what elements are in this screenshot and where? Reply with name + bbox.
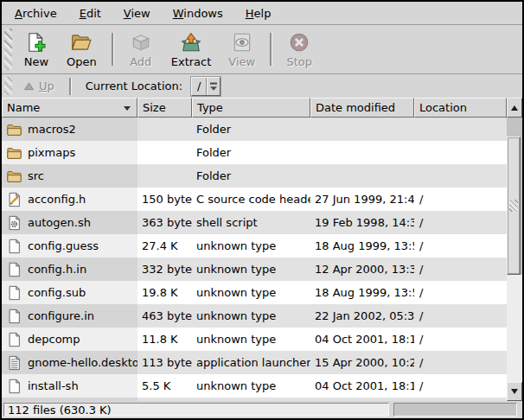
file-location: / [414, 351, 507, 374]
file-row[interactable]: depcomp 11.8 K unknown type 04 Oct 2001,… [2, 328, 507, 351]
menu-archive[interactable]: Archive [3, 3, 68, 23]
combo-dropdown-icon[interactable] [207, 78, 220, 95]
file-date: 15 Apr 2000, 10:21 [310, 351, 414, 374]
plain-file-icon [6, 262, 22, 277]
scrollbar-track[interactable] [507, 118, 522, 382]
file-date: 18 Aug 1999, 13:53 [310, 234, 414, 258]
scrollbar-thumb[interactable] [507, 137, 521, 275]
file-location: / [414, 281, 507, 304]
file-rows: macros2 Folder pixmaps Folder src F [2, 118, 507, 401]
plain-file-icon [6, 379, 22, 394]
plain-file-icon [6, 239, 22, 254]
file-location [414, 141, 507, 164]
scroll-up-icon [511, 105, 518, 111]
sort-indicator-icon [124, 106, 131, 111]
menu-help[interactable]: Help [234, 3, 283, 23]
file-size: 150 bytes [137, 188, 192, 211]
file-size [137, 164, 192, 188]
file-date [310, 118, 414, 141]
up-arrow-icon [23, 81, 35, 91]
scroll-up-button[interactable] [507, 98, 522, 118]
file-row[interactable]: pixmaps Folder [2, 141, 507, 164]
file-name: config.h.in [28, 263, 86, 276]
location-value: / [192, 78, 207, 95]
file-location: / [414, 374, 507, 398]
column-header-type[interactable]: Type [192, 98, 310, 118]
scroll-down-button[interactable] [507, 382, 522, 401]
file-row[interactable]: config.guess 27.4 K unknown type 18 Aug … [2, 234, 507, 258]
file-row[interactable]: acconfig.h 150 bytes C source code heade… [2, 188, 507, 211]
file-date: 04 Oct 2001, 18:12 [310, 328, 414, 351]
toolbar-separator [112, 33, 113, 66]
toolbar-drag-handle[interactable] [4, 29, 12, 70]
location-combobox[interactable]: / [191, 77, 220, 96]
folder-icon [6, 169, 22, 184]
plain-file-icon [6, 309, 22, 324]
file-name: autogen.sh [28, 216, 91, 229]
view-file-icon [231, 31, 253, 54]
file-size: 27.4 K [137, 234, 192, 258]
file-location [414, 118, 507, 141]
menu-edit[interactable]: Edit [68, 3, 112, 23]
file-row[interactable]: autogen.sh 363 bytes shell script 19 Feb… [2, 211, 507, 234]
file-row[interactable]: gnome-hello.desktop 113 bytes applicatio… [2, 351, 507, 374]
archive-manager-window: Archive Edit View Windows Help New Open … [0, 0, 524, 420]
menu-view[interactable]: View [112, 3, 162, 23]
file-location: / [414, 328, 507, 351]
column-header-location[interactable]: Location [414, 98, 507, 118]
file-type: C source code header [192, 188, 310, 211]
source-file-icon [6, 192, 22, 207]
file-row[interactable]: configure.in 463 bytes unknown type 22 J… [2, 304, 507, 328]
menu-bar: Archive Edit View Windows Help [2, 2, 522, 25]
file-type: unknown type [192, 328, 310, 351]
scroll-down-icon [511, 389, 518, 394]
file-list-view: Name Size Type Date modified Location ma… [2, 98, 522, 401]
status-bar: 112 files (630.3 K) [2, 401, 522, 418]
file-location: / [414, 188, 507, 211]
file-type: shell script [192, 211, 310, 234]
file-size: 363 bytes [137, 211, 192, 234]
add-button[interactable]: Add [121, 28, 161, 72]
file-row[interactable]: config.h.in 332 bytes unknown type 12 Ap… [2, 258, 507, 281]
extract-archive-icon [180, 31, 202, 54]
stop-icon [288, 31, 310, 54]
extract-button[interactable]: Extract [164, 28, 219, 72]
file-location: / [414, 211, 507, 234]
column-header-name[interactable]: Name [2, 98, 137, 118]
file-date: 18 Aug 1999, 13:53 [310, 281, 414, 304]
file-date: 19 Feb 1998, 14:31 [310, 211, 414, 234]
toolbar: New Open Add Extract View Stop [2, 25, 522, 74]
file-size: 113 bytes [137, 351, 192, 374]
file-size: 463 bytes [137, 304, 192, 328]
toolbar-separator [270, 33, 272, 66]
launcher-file-icon [6, 355, 22, 371]
file-type: Folder [192, 164, 310, 188]
file-type: unknown type [192, 374, 310, 398]
add-files-icon [130, 31, 152, 54]
file-type: Folder [192, 118, 310, 141]
file-row[interactable]: config.sub 19.8 K unknown type 18 Aug 19… [2, 281, 507, 304]
file-name: depcomp [28, 333, 80, 346]
location-bar-drag-handle[interactable] [4, 77, 12, 95]
file-size: 19.8 K [137, 281, 192, 304]
location-bar: Up Current Location: / [2, 74, 522, 98]
new-button[interactable]: New [16, 28, 56, 72]
file-location [414, 164, 507, 188]
file-row[interactable]: src Folder [2, 164, 507, 188]
progress-area [393, 403, 517, 417]
file-size [137, 118, 192, 141]
menu-windows[interactable]: Windows [162, 3, 234, 23]
file-name: config.guess [28, 239, 99, 252]
file-row[interactable]: install-sh 5.5 K unknown type 04 Oct 200… [2, 374, 507, 398]
location-bar-separator [69, 78, 71, 95]
stop-button[interactable]: Stop [279, 28, 319, 72]
up-button[interactable]: Up [16, 78, 61, 94]
file-name: configure.in [28, 309, 94, 322]
column-header-size[interactable]: Size [137, 98, 192, 118]
open-button[interactable]: Open [60, 28, 104, 72]
file-location: / [414, 304, 507, 328]
file-row[interactable]: macros2 Folder [2, 118, 507, 141]
file-name: config.sub [28, 286, 86, 299]
column-header-date-modified[interactable]: Date modified [310, 98, 414, 118]
view-button[interactable]: View [221, 28, 262, 72]
